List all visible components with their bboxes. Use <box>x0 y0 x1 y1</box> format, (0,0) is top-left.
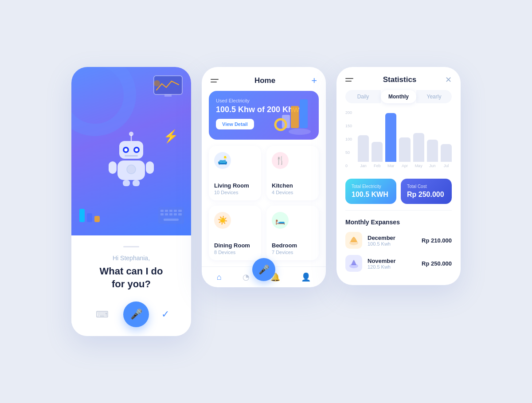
tab-yearly[interactable]: Yearly <box>416 90 452 103</box>
keyboard-deco <box>158 207 185 227</box>
svg-point-32 <box>289 129 311 135</box>
bar-may: May <box>413 133 424 168</box>
room-card-living[interactable]: 🛋️ Living Room 10 Devices <box>209 146 261 200</box>
living-room-icon: 🛋️ <box>214 152 231 169</box>
svg-rect-1 <box>164 94 172 97</box>
rooms-grid: 🛋️ Living Room 10 Devices 🍴 Kitchen 4 De… <box>202 146 326 260</box>
kitchen-name: Kitchen <box>272 182 313 189</box>
living-room-devices: 10 Devices <box>214 190 256 195</box>
svg-rect-9 <box>125 155 138 157</box>
bar-deco <box>79 209 100 222</box>
electricity-card: Used Electricity 100.5 Khw of 200 Khw Vi… <box>209 91 319 140</box>
robot-illustration <box>107 130 156 190</box>
stats-menu-icon[interactable] <box>345 78 354 82</box>
december-month: December <box>368 235 416 241</box>
room-card-dining[interactable]: ☀️ Dining Room 8 Devices <box>209 206 261 260</box>
svg-rect-25 <box>174 213 177 215</box>
kitchen-devices: 4 Devices <box>272 190 313 195</box>
total-electricity-value: 100.5 KWH <box>352 191 390 199</box>
stats-header: Statistics ✕ <box>336 67 461 90</box>
living-room-name: Living Room <box>214 182 256 189</box>
bottom-navigation: ⌂ ◔ 🎤 🔔 👤 <box>202 266 326 287</box>
lightning-icon: ⚡ <box>163 129 179 144</box>
december-amount: Rp 210.000 <box>422 237 452 244</box>
november-info: November 120.5 Kwh <box>368 258 416 270</box>
december-icon <box>345 232 362 249</box>
screen-ai-assistant: ⚡ <box>71 67 191 336</box>
room-card-bedroom[interactable]: 🛏️ Bedroom 7 Devices <box>266 206 319 260</box>
nav-profile-icon[interactable]: 👤 <box>301 272 311 282</box>
ai-bottom-section: Hi Stephania, What can I do for you? ⌨ 🎤… <box>71 235 191 336</box>
bedroom-icon: 🛏️ <box>272 212 289 229</box>
svg-point-11 <box>127 165 136 174</box>
greeting-label: Hi Stephania, <box>80 254 182 262</box>
total-electricity-label: Total Electricity <box>352 184 390 189</box>
bar-jan: Jan <box>358 135 369 168</box>
svg-rect-26 <box>178 213 182 215</box>
bar-apr: Apr <box>399 137 410 168</box>
total-cost-value: Rp 250.000 <box>407 191 446 199</box>
electricity-label: Used Electricity <box>216 98 312 103</box>
view-detail-button[interactable]: View Detail <box>216 119 254 129</box>
svg-rect-27 <box>164 219 179 221</box>
svg-rect-14 <box>123 180 130 186</box>
december-kwh: 100.5 Kwh <box>368 241 416 246</box>
stats-summary-cards: Total Electricity 100.5 KWH Total Cost R… <box>336 172 461 210</box>
electricity-value: 100.5 Khw of 200 Khw <box>216 105 312 114</box>
dining-room-icon: ☀️ <box>214 212 231 229</box>
total-cost-label: Total Cost <box>407 184 446 189</box>
tab-row: Daily Monthly Yearly <box>336 90 461 103</box>
keyboard-button[interactable]: ⌨ <box>93 305 111 323</box>
room-card-kitchen[interactable]: 🍴 Kitchen 4 Devices <box>266 146 319 200</box>
bar-jun: Jun <box>427 140 438 168</box>
expense-december: December 100.5 Kwh Rp 210.000 <box>345 232 452 249</box>
nav-chart-icon[interactable]: ◔ <box>243 272 250 282</box>
ai-hero-section: ⚡ <box>71 67 191 235</box>
home-title: Home <box>254 76 275 85</box>
screen-home: Home + Used Electricity 100.5 Khw of 200… <box>202 67 326 287</box>
svg-rect-30 <box>282 115 290 128</box>
dining-room-name: Dining Room <box>214 242 256 249</box>
svg-rect-24 <box>169 213 172 215</box>
bar-mar: Mar <box>385 113 396 168</box>
november-amount: Rp 250.000 <box>422 260 452 267</box>
bar-feb: Feb <box>372 142 383 168</box>
svg-point-8 <box>135 149 138 152</box>
stats-title: Statistics <box>383 75 417 84</box>
svg-rect-19 <box>169 210 172 212</box>
screens-container: ⚡ <box>71 67 461 336</box>
bedroom-devices: 7 Devices <box>272 250 313 255</box>
add-button[interactable]: + <box>311 75 317 86</box>
bar-chart: Jan Feb Mar Apr May <box>345 110 452 168</box>
bar-jul: Jul <box>441 144 452 168</box>
monthly-expenses-section: Monthly Expanses December 100.5 Kwh Rp 2… <box>336 217 461 285</box>
expense-november: November 120.5 Kwh Rp 250.000 <box>345 255 452 272</box>
svg-rect-13 <box>146 161 154 174</box>
svg-rect-21 <box>178 210 182 212</box>
fab-mic-button[interactable]: 🎤 <box>252 258 275 281</box>
main-prompt: What can I do for you? <box>80 265 182 290</box>
expenses-title: Monthly Expanses <box>345 219 452 226</box>
close-button[interactable]: ✕ <box>445 75 452 85</box>
svg-rect-22 <box>160 213 164 215</box>
svg-rect-18 <box>165 210 168 212</box>
mic-main-button[interactable]: 🎤 <box>123 301 149 327</box>
menu-icon[interactable] <box>211 79 219 82</box>
drag-handle <box>123 246 139 247</box>
december-info: December 100.5 Kwh <box>368 235 416 246</box>
chart-y-labels: 200 150 100 50 0 <box>345 110 352 168</box>
nav-home-icon[interactable]: ⌂ <box>217 273 222 282</box>
kitchen-icon: 🍴 <box>272 152 289 169</box>
svg-rect-17 <box>160 210 164 212</box>
bedroom-name: Bedroom <box>272 242 313 249</box>
action-row: ⌨ 🎤 ✓ <box>80 301 182 327</box>
total-electricity-card: Total Electricity 100.5 KWH <box>345 179 396 204</box>
svg-point-7 <box>125 149 128 152</box>
confirm-button[interactable]: ✓ <box>161 309 169 320</box>
tab-daily[interactable]: Daily <box>345 90 381 103</box>
svg-rect-15 <box>133 180 140 186</box>
tab-monthly[interactable]: Monthly <box>381 90 416 103</box>
total-cost-card: Total Cost Rp 250.000 <box>401 179 452 204</box>
svg-point-31 <box>275 119 286 130</box>
robot-svg <box>107 130 156 188</box>
